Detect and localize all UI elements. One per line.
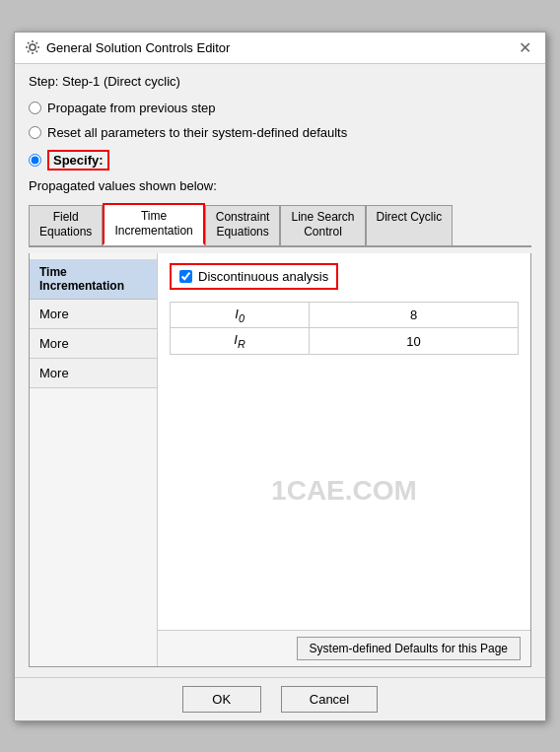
title-bar: General Solution Controls Editor ✕: [15, 33, 545, 64]
tab-field-equations[interactable]: Field Equations: [29, 205, 103, 245]
left-panel-more-2[interactable]: More: [30, 329, 157, 359]
propagated-text: Propagated values shown below:: [29, 178, 531, 193]
discontinuous-checkbox[interactable]: [179, 270, 192, 283]
tab-inner: TimeIncrementation More More More Discon…: [30, 253, 530, 666]
tabs-bar: Field Equations Time Incrementation Cons…: [29, 203, 531, 247]
dialog-footer: OK Cancel: [15, 677, 545, 720]
tab-line-search-control[interactable]: Line Search Control: [280, 205, 365, 245]
dialog-title: General Solution Controls Editor: [46, 40, 230, 55]
discontinuous-analysis-row: Discontinuous analysis: [170, 263, 338, 290]
value-ir[interactable]: 10: [310, 328, 519, 355]
bottom-bar: System-defined Defaults for this Page: [158, 630, 530, 666]
symbol-i0: I0: [171, 302, 310, 328]
reset-label: Reset all parameters to their system-def…: [47, 125, 347, 140]
left-panel-more-1[interactable]: More: [30, 300, 157, 329]
cancel-button[interactable]: Cancel: [281, 686, 378, 713]
gear-icon: [25, 39, 40, 55]
dialog-body: Step: Step-1 (Direct cyclic) Propagate f…: [15, 64, 545, 677]
table-row: IR 10: [171, 328, 519, 355]
watermark: 1CAE.COM: [271, 475, 417, 507]
system-defaults-button[interactable]: System-defined Defaults for this Page: [297, 637, 521, 660]
propagate-radio[interactable]: [29, 102, 41, 114]
tab-direct-cyclic[interactable]: Direct Cyclic: [366, 205, 454, 245]
parameters-table: I0 8 IR 10: [170, 302, 519, 355]
value-i0[interactable]: 8: [310, 302, 519, 328]
specify-label: Specify:: [47, 150, 109, 171]
right-panel-wrapper: Discontinuous analysis I0 8 IR: [158, 253, 530, 666]
reset-option: Reset all parameters to their system-def…: [29, 123, 531, 142]
symbol-ir: IR: [171, 328, 310, 355]
specify-option: Specify:: [29, 148, 531, 172]
propagate-label: Propagate from previous step: [47, 101, 216, 115]
step-label: Step: Step-1 (Direct cyclic): [29, 74, 531, 89]
svg-point-0: [30, 44, 35, 50]
propagate-option: Propagate from previous step: [29, 99, 531, 117]
specify-radio[interactable]: [29, 154, 41, 167]
dialog-window: General Solution Controls Editor ✕ Step:…: [14, 32, 546, 721]
left-panel: TimeIncrementation More More More: [30, 253, 158, 666]
right-panel: Discontinuous analysis I0 8 IR: [158, 253, 530, 630]
reset-radio[interactable]: [29, 126, 41, 139]
left-panel-more-3[interactable]: More: [30, 359, 157, 388]
ok-button[interactable]: OK: [182, 686, 261, 713]
tab-time-incrementation[interactable]: Time Incrementation: [103, 203, 204, 245]
discontinuous-label: Discontinuous analysis: [198, 269, 328, 284]
tab-content-area: TimeIncrementation More More More Discon…: [29, 253, 531, 667]
table-row: I0 8: [171, 302, 519, 328]
left-panel-time-incrementation[interactable]: TimeIncrementation: [30, 259, 157, 300]
close-button[interactable]: ✕: [515, 38, 535, 57]
tab-constraint-equations[interactable]: Constraint Equations: [205, 205, 281, 245]
